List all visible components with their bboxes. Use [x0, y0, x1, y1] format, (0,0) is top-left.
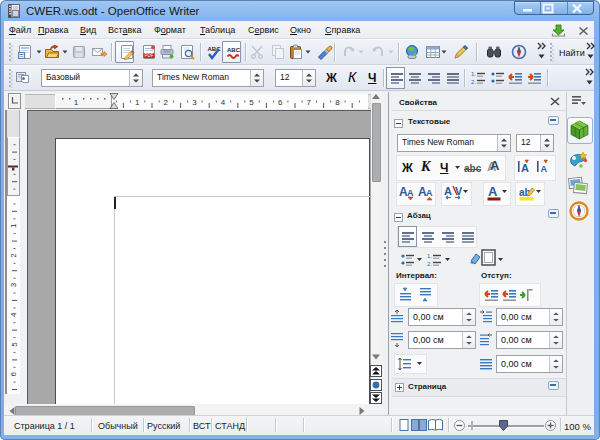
svg-text:4: 4	[10, 312, 19, 317]
svg-text:2: 2	[164, 98, 169, 107]
svg-text:PDF: PDF	[145, 53, 154, 58]
svg-text:8: 8	[335, 98, 340, 107]
svg-text:2: 2	[10, 253, 19, 258]
svg-text:A: A	[490, 158, 500, 173]
svg-text:A: A	[488, 184, 498, 199]
svg-text:A: A	[426, 188, 433, 198]
svg-text:A: A	[521, 162, 529, 174]
svg-text:2.: 2.	[427, 261, 432, 267]
svg-text:4: 4	[221, 98, 226, 107]
svg-text:1: 1	[74, 98, 79, 107]
svg-text:7: 7	[307, 98, 312, 107]
svg-text:6: 6	[10, 371, 19, 376]
svg-text:6: 6	[278, 98, 283, 107]
svg-text:1: 1	[135, 98, 140, 107]
svg-text:1.: 1.	[427, 253, 432, 259]
svg-text:5: 5	[249, 98, 254, 107]
svg-text:2.: 2.	[471, 79, 476, 85]
svg-text:3: 3	[192, 98, 197, 107]
svg-text:3: 3	[10, 282, 19, 287]
svg-text:A: A	[444, 185, 452, 197]
svg-text:A: A	[541, 164, 548, 174]
svg-text:1: 1	[10, 223, 19, 228]
svg-text:A: A	[407, 188, 414, 198]
svg-text:5: 5	[10, 342, 19, 347]
svg-text:1.: 1.	[471, 71, 476, 77]
svg-text:ABC: ABC	[227, 47, 241, 53]
svg-text:V: V	[455, 185, 462, 197]
